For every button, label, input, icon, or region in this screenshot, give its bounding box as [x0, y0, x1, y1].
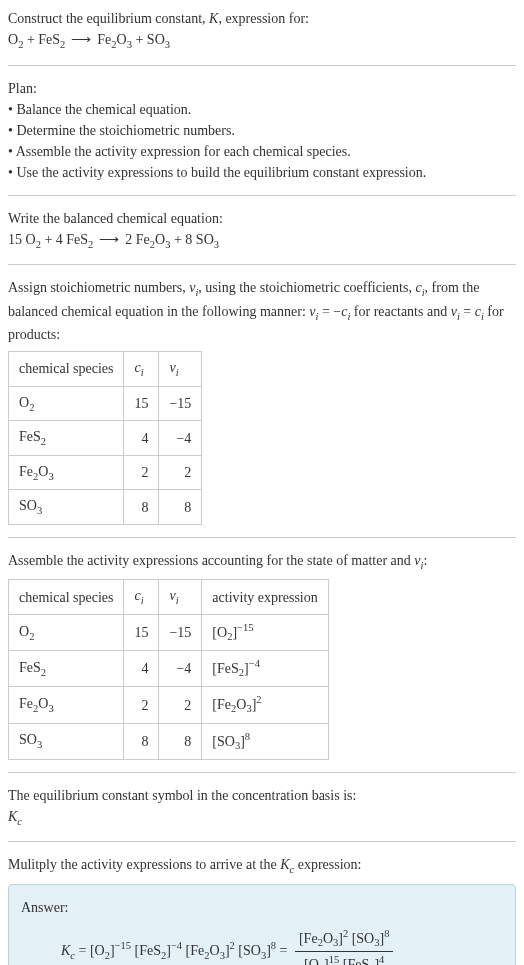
nui-cell: −4	[159, 651, 202, 687]
balanced-equation: 15 O2 + 4 FeS2⟶2 Fe2O3 + 8 SO3	[8, 232, 219, 247]
table-row: O2 15 −15 [O2]−15	[9, 615, 329, 651]
answer-box: Answer: Kc = [O2]−15 [FeS2]−4 [Fe2O3]2 […	[8, 884, 516, 965]
intro-suffix: , expression for:	[218, 11, 309, 26]
intro-text: Construct the equilibrium constant,	[8, 11, 209, 26]
ci-cell: 4	[124, 421, 159, 456]
table-header-row: chemical species ci νi	[9, 352, 202, 387]
problem-statement: Construct the equilibrium constant, K, e…	[8, 8, 516, 53]
species-cell: SO3	[9, 490, 124, 525]
ci-cell: 4	[124, 651, 159, 687]
table-row: O2 15 −15	[9, 386, 202, 421]
divider	[8, 537, 516, 538]
plan-title: Plan:	[8, 78, 516, 99]
activity-table: chemical species ci νi activity expressi…	[8, 579, 329, 759]
table-row: SO3 8 8 [SO3]8	[9, 723, 329, 759]
activity-cell: [Fe2O3]2	[202, 687, 328, 723]
plan-item-4: • Use the activity expressions to build …	[8, 162, 516, 183]
unbalanced-equation: O2 + FeS2⟶Fe2O3 + SO3	[8, 32, 170, 47]
divider	[8, 195, 516, 196]
table-header-row: chemical species ci νi activity expressi…	[9, 580, 329, 615]
ci-cell: 15	[124, 615, 159, 651]
ci-cell: 2	[124, 455, 159, 490]
species-cell: FeS2	[9, 421, 124, 456]
multiply-text: Mulitply the activity expressions to arr…	[8, 857, 361, 872]
nui-cell: 2	[159, 455, 202, 490]
nui-cell: −4	[159, 421, 202, 456]
answer-expression: Kc = [O2]−15 [FeS2]−4 [Fe2O3]2 [SO3]8 = …	[21, 926, 503, 965]
table-row: Fe2O3 2 2 [Fe2O3]2	[9, 687, 329, 723]
table-row: FeS2 4 −4	[9, 421, 202, 456]
nui-cell: −15	[159, 615, 202, 651]
species-cell: FeS2	[9, 651, 124, 687]
activity-cell: [O2]−15	[202, 615, 328, 651]
species-cell: Fe2O3	[9, 455, 124, 490]
ci-cell: 8	[124, 723, 159, 759]
species-cell: O2	[9, 615, 124, 651]
ci-cell: 2	[124, 687, 159, 723]
plan-item-2: • Determine the stoichiometric numbers.	[8, 120, 516, 141]
ci-cell: 15	[124, 386, 159, 421]
divider	[8, 772, 516, 773]
nui-cell: 8	[159, 723, 202, 759]
activity-cell: [SO3]8	[202, 723, 328, 759]
species-cell: SO3	[9, 723, 124, 759]
plan-item-1: • Balance the chemical equation.	[8, 99, 516, 120]
col-species: chemical species	[9, 580, 124, 615]
nui-cell: 8	[159, 490, 202, 525]
stoich-table: chemical species ci νi O2 15 −15 FeS2 4 …	[8, 351, 202, 525]
nui-cell: 2	[159, 687, 202, 723]
col-ci: ci	[124, 352, 159, 387]
stoich-text: Assign stoichiometric numbers, νi, using…	[8, 280, 504, 342]
col-species: chemical species	[9, 352, 124, 387]
divider	[8, 264, 516, 265]
balanced-section: Write the balanced chemical equation: 15…	[8, 208, 516, 253]
K-symbol: K	[209, 11, 218, 26]
species-cell: O2	[9, 386, 124, 421]
table-row: FeS2 4 −4 [FeS2]−4	[9, 651, 329, 687]
plan-item-3: • Assemble the activity expression for e…	[8, 141, 516, 162]
activity-intro: Assemble the activity expressions accoun…	[8, 553, 427, 568]
divider	[8, 65, 516, 66]
col-activity: activity expression	[202, 580, 328, 615]
stoich-section: Assign stoichiometric numbers, νi, using…	[8, 277, 516, 525]
activity-section: Assemble the activity expressions accoun…	[8, 550, 516, 760]
col-nui: νi	[159, 352, 202, 387]
col-ci: ci	[124, 580, 159, 615]
balanced-intro: Write the balanced chemical equation:	[8, 208, 516, 229]
denominator: [O2]15 [FeS2]4	[295, 952, 393, 965]
kc-symbol-text: The equilibrium constant symbol in the c…	[8, 785, 516, 806]
activity-cell: [FeS2]−4	[202, 651, 328, 687]
plan-section: Plan: • Balance the chemical equation. •…	[8, 78, 516, 183]
kc-symbol: Kc	[8, 809, 22, 824]
numerator: [Fe2O3]2 [SO3]8	[295, 926, 393, 952]
nui-cell: −15	[159, 386, 202, 421]
ci-cell: 8	[124, 490, 159, 525]
divider	[8, 841, 516, 842]
answer-label: Answer:	[21, 897, 503, 918]
table-row: SO3 8 8	[9, 490, 202, 525]
multiply-section: Mulitply the activity expressions to arr…	[8, 854, 516, 965]
col-nui: νi	[159, 580, 202, 615]
fraction: [Fe2O3]2 [SO3]8[O2]15 [FeS2]4	[295, 926, 393, 965]
kc-symbol-section: The equilibrium constant symbol in the c…	[8, 785, 516, 830]
species-cell: Fe2O3	[9, 687, 124, 723]
table-row: Fe2O3 2 2	[9, 455, 202, 490]
